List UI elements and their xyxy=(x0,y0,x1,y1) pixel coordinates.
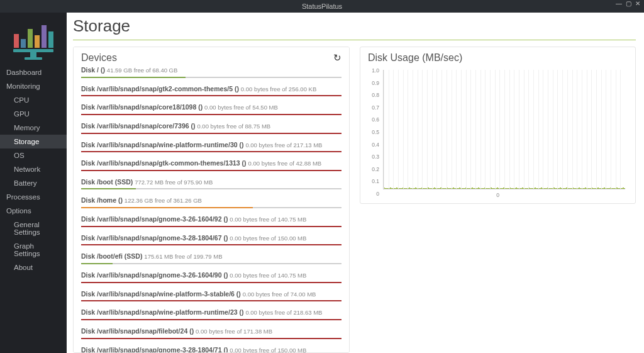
chart-x-tick: 0 xyxy=(496,192,499,198)
chart-y-tick: 0.2 xyxy=(368,166,379,172)
device-bar xyxy=(81,170,341,171)
app-logo xyxy=(0,13,67,65)
chart-y-tick: 0.3 xyxy=(368,154,379,160)
device-row: Disk /var/lib/snapd/snap/gnome-3-26-1604… xyxy=(81,215,341,227)
device-bar xyxy=(81,207,341,208)
device-label: Disk /var/lib/snapd/snap/gnome-3-28-1804… xyxy=(81,234,341,243)
sidebar-item-gpu[interactable]: GPU xyxy=(0,107,67,121)
sidebar-nav: DashboardMonitoringCPUGPUMemoryStorageOS… xyxy=(0,65,67,274)
device-label: Disk /var/lib/snapd/snap/gnome-3-26-1604… xyxy=(81,215,341,224)
sidebar-item-about[interactable]: About xyxy=(0,261,67,274)
device-row: Disk /var/lib/snapd/snap/gnome-3-26-1604… xyxy=(81,271,341,283)
device-label: Disk /home () 122.36 GB free of 361.26 G… xyxy=(81,196,341,205)
device-bar xyxy=(81,151,341,152)
devices-title: Devices xyxy=(81,52,117,64)
devices-panel: Devices ↻ Disk / () 41.59 GB free of 68.… xyxy=(73,47,350,353)
device-label: Disk /var/lib/snapd/snap/core/7396 () 0.… xyxy=(81,122,341,131)
device-bar xyxy=(81,338,341,339)
device-label: Disk /var/lib/snapd/snap/wine-platform-r… xyxy=(81,141,341,150)
device-bar xyxy=(81,114,341,115)
device-row: Disk /var/lib/snapd/snap/gnome-3-28-1804… xyxy=(81,346,341,353)
device-bar xyxy=(81,282,341,283)
device-bar xyxy=(81,226,341,227)
device-row: Disk /var/lib/snapd/snap/wine-platform-r… xyxy=(81,308,341,320)
device-label: Disk /var/lib/snapd/snap/filebot/24 () 0… xyxy=(81,327,341,336)
device-row: Disk /boot/efi (SSD) 175.61 MB free of 1… xyxy=(81,252,341,264)
device-label: Disk /var/lib/snapd/snap/gtk2-common-the… xyxy=(81,85,341,94)
disk-usage-chart: 1.00.90.80.70.60.50.40.30.20.10 0 xyxy=(368,67,628,197)
chart-y-tick: 0.6 xyxy=(368,116,379,123)
device-bar xyxy=(81,133,341,134)
device-label: Disk /var/lib/snapd/snap/core18/1098 () … xyxy=(81,103,341,112)
disk-usage-title: Disk Usage (MB/sec) xyxy=(368,52,628,64)
window-titlebar: StatusPilatus — ▢ ✕ xyxy=(0,0,644,13)
device-row: Disk /var/lib/snapd/snap/gtk2-common-the… xyxy=(81,85,341,97)
sidebar-item-battery[interactable]: Battery xyxy=(0,176,67,190)
chart-y-tick: 0.9 xyxy=(368,80,379,86)
chart-y-tick: 0.7 xyxy=(368,104,379,111)
sidebar-item-graph-settings[interactable]: Graph Settings xyxy=(0,239,67,261)
maximize-icon[interactable]: ▢ xyxy=(626,0,631,7)
devices-list: Disk / () 41.59 GB free of 68.40 GBDisk … xyxy=(81,66,341,353)
chart-y-tick: 0 xyxy=(368,191,379,197)
chart-y-axis: 1.00.90.80.70.60.50.40.30.20.10 xyxy=(368,67,382,197)
sidebar-item-storage[interactable]: Storage xyxy=(0,135,67,148)
device-label: Disk /var/lib/snapd/snap/wine-platform-r… xyxy=(81,308,341,317)
chart-y-tick: 0.8 xyxy=(368,92,379,98)
device-row: Disk /var/lib/snapd/snap/wine-platform-r… xyxy=(81,141,341,153)
device-label: Disk /var/lib/snapd/snap/gtk-common-them… xyxy=(81,159,341,168)
sidebar-item-options[interactable]: Options xyxy=(0,204,67,218)
sidebar-item-monitoring[interactable]: Monitoring xyxy=(0,79,67,93)
device-row: Disk /var/lib/snapd/snap/core/7396 () 0.… xyxy=(81,122,341,134)
main-content: Storage Devices ↻ Disk / () 41.59 GB fre… xyxy=(67,13,644,353)
sidebar-item-os[interactable]: OS xyxy=(0,148,67,162)
chart-y-tick: 0.5 xyxy=(368,129,379,135)
sidebar-item-cpu[interactable]: CPU xyxy=(0,93,67,107)
device-bar xyxy=(81,263,341,264)
chart-plot xyxy=(383,70,625,189)
sidebar: DashboardMonitoringCPUGPUMemoryStorageOS… xyxy=(0,13,67,353)
device-row: Disk /boot (SSD) 772.72 MB free of 975.9… xyxy=(81,178,341,190)
device-label: Disk /var/lib/snapd/snap/gnome-3-28-1804… xyxy=(81,346,341,353)
device-label: Disk /var/lib/snapd/snap/gnome-3-26-1604… xyxy=(81,271,341,280)
minimize-icon[interactable]: — xyxy=(616,0,622,7)
device-label: Disk / () 41.59 GB free of 68.40 GB xyxy=(81,66,341,75)
chart-y-tick: 0.4 xyxy=(368,142,379,148)
device-row: Disk /var/lib/snapd/snap/gnome-3-28-1804… xyxy=(81,234,341,246)
device-label: Disk /var/lib/snapd/snap/wine-platform-3… xyxy=(81,290,341,299)
device-bar xyxy=(81,319,341,320)
device-bar xyxy=(81,300,341,301)
device-row: Disk /var/lib/snapd/snap/filebot/24 () 0… xyxy=(81,327,341,339)
sidebar-item-memory[interactable]: Memory xyxy=(0,121,67,135)
sidebar-item-network[interactable]: Network xyxy=(0,162,67,176)
close-icon[interactable]: ✕ xyxy=(635,0,640,7)
disk-usage-panel: Disk Usage (MB/sec) 1.00.90.80.70.60.50.… xyxy=(360,47,636,204)
refresh-icon: ↻ xyxy=(333,52,341,63)
refresh-button[interactable]: ↻ xyxy=(333,52,341,64)
device-bar xyxy=(81,244,341,245)
device-row: Disk /var/lib/snapd/snap/wine-platform-3… xyxy=(81,290,341,302)
device-bar xyxy=(81,77,341,78)
device-row: Disk / () 41.59 GB free of 68.40 GB xyxy=(81,66,341,78)
sidebar-item-dashboard[interactable]: Dashboard xyxy=(0,65,67,79)
device-label: Disk /boot/efi (SSD) 175.61 MB free of 1… xyxy=(81,252,341,261)
chart-y-tick: 0.1 xyxy=(368,178,379,184)
sidebar-item-general-settings[interactable]: General Settings xyxy=(0,218,67,239)
device-row: Disk /var/lib/snapd/snap/gtk-common-them… xyxy=(81,159,341,171)
title-underline xyxy=(73,40,636,40)
page-title: Storage xyxy=(73,16,636,36)
device-bar xyxy=(81,188,341,189)
device-bar xyxy=(81,95,341,96)
window-title: StatusPilatus xyxy=(302,3,342,10)
device-row: Disk /home () 122.36 GB free of 361.26 G… xyxy=(81,196,341,208)
device-label: Disk /boot (SSD) 772.72 MB free of 975.9… xyxy=(81,178,341,187)
device-row: Disk /var/lib/snapd/snap/core18/1098 () … xyxy=(81,103,341,115)
chart-y-tick: 1.0 xyxy=(368,67,379,74)
sidebar-item-processes[interactable]: Processes xyxy=(0,190,67,204)
